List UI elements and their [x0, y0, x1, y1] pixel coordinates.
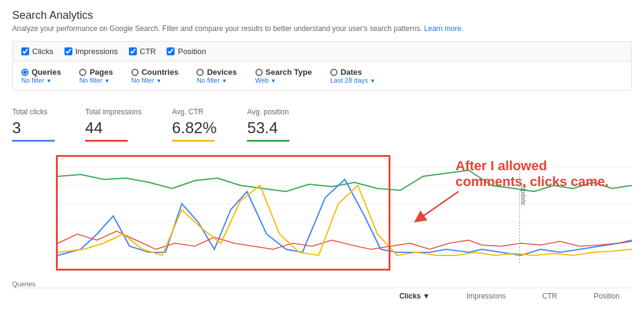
metrics-bar: Clicks Impressions CTR Position: [12, 41, 632, 61]
countries-label: Countries: [142, 67, 179, 77]
learn-more-link[interactable]: Learn more.: [424, 24, 463, 33]
ctr-label: CTR: [140, 47, 156, 56]
search-type-sublabel[interactable]: Web ▼: [255, 77, 276, 84]
bottom-ctr[interactable]: CTR: [542, 292, 558, 300]
page-title: Search Analytics: [12, 9, 632, 22]
chart-area: After I allowed comments, clicks came. U…: [12, 155, 632, 277]
x-axis-queries: Queries: [12, 280, 36, 288]
impressions-checkbox-label[interactable]: Impressions: [64, 47, 118, 56]
filter-queries[interactable]: Queries No filter ▼: [21, 67, 61, 84]
position-checkbox-label[interactable]: Position: [167, 47, 206, 56]
impressions-underline: [85, 140, 128, 142]
devices-sublabel[interactable]: No filter ▼: [196, 77, 227, 84]
avg-ctr-label: Avg. CTR: [172, 108, 217, 116]
annotation-arrow-icon: [413, 188, 462, 225]
svg-line-0: [419, 192, 459, 219]
clicks-checkbox-label[interactable]: Clicks: [21, 47, 54, 56]
filter-search-type[interactable]: Search Type Web ▼: [255, 67, 312, 84]
bottom-clicks[interactable]: Clicks ▼: [400, 292, 430, 300]
radio-pages: [79, 69, 86, 76]
pages-label: Pages: [89, 67, 113, 77]
position-checkbox[interactable]: [167, 47, 175, 55]
search-type-label: Search Type: [266, 67, 312, 77]
countries-sublabel[interactable]: No filter ▼: [131, 77, 162, 84]
stat-total-clicks: Total clicks 3: [12, 102, 67, 147]
total-clicks-label: Total clicks: [12, 108, 55, 116]
radio-search-type: [255, 69, 263, 76]
radio-queries: [21, 69, 29, 76]
ctr-checkbox-label[interactable]: CTR: [129, 47, 156, 56]
bottom-position[interactable]: Position: [594, 292, 620, 300]
filter-devices[interactable]: Devices No filter ▼: [196, 67, 237, 84]
clicks-checkbox[interactable]: [21, 47, 29, 55]
queries-sublabel[interactable]: No filter ▼: [21, 77, 52, 84]
queries-label: Queries: [32, 67, 61, 77]
avg-position-label: Avg. position: [247, 108, 289, 116]
avg-ctr-value: 6.82%: [172, 119, 217, 137]
avg-position-value: 53.4: [247, 119, 289, 137]
dates-label: Dates: [341, 67, 362, 77]
radio-dates: [330, 69, 338, 76]
clicks-label: Clicks: [32, 47, 54, 56]
clicks-underline: [12, 140, 55, 142]
bottom-bar: Clicks ▼ Impressions CTR Position: [12, 288, 632, 300]
position-underline: [247, 140, 289, 142]
page-container: Search Analytics Analyze your performanc…: [0, 0, 644, 309]
radio-devices: [196, 69, 204, 76]
stat-avg-ctr: Avg. CTR 6.82%: [172, 102, 229, 147]
filter-pages[interactable]: Pages No filter ▼: [79, 67, 113, 84]
filter-bar: Queries No filter ▼ Pages No filter ▼ Co…: [12, 61, 632, 91]
total-impressions-label: Total impressions: [85, 108, 142, 116]
annotation-text: After I allowed comments, clicks came.: [455, 158, 614, 190]
total-clicks-value: 3: [12, 119, 55, 137]
devices-label: Devices: [207, 67, 237, 77]
page-description: Analyze your performance on Google Searc…: [12, 24, 632, 33]
ctr-underline: [172, 140, 215, 142]
sort-arrow-clicks: ▼: [423, 292, 430, 300]
filter-dates[interactable]: Dates Last 28 days ▼: [330, 67, 375, 84]
stat-total-impressions: Total impressions 44: [85, 102, 154, 147]
stats-row: Total clicks 3 Total impressions 44 Avg.…: [12, 102, 632, 147]
filter-countries[interactable]: Countries No filter ▼: [131, 67, 179, 84]
total-impressions-value: 44: [85, 119, 142, 137]
stat-avg-position: Avg. position 53.4: [247, 102, 302, 147]
position-label: Position: [178, 47, 206, 56]
dates-sublabel[interactable]: Last 28 days ▼: [330, 77, 375, 84]
radio-countries: [131, 69, 139, 76]
x-axis-labels: Queries: [12, 279, 632, 288]
pages-sublabel[interactable]: No filter ▼: [79, 77, 109, 84]
bottom-impressions[interactable]: Impressions: [466, 292, 506, 300]
update-label: Update: [520, 185, 527, 205]
impressions-checkbox[interactable]: [64, 47, 72, 55]
ctr-checkbox[interactable]: [129, 47, 137, 55]
impressions-label: Impressions: [75, 47, 118, 56]
